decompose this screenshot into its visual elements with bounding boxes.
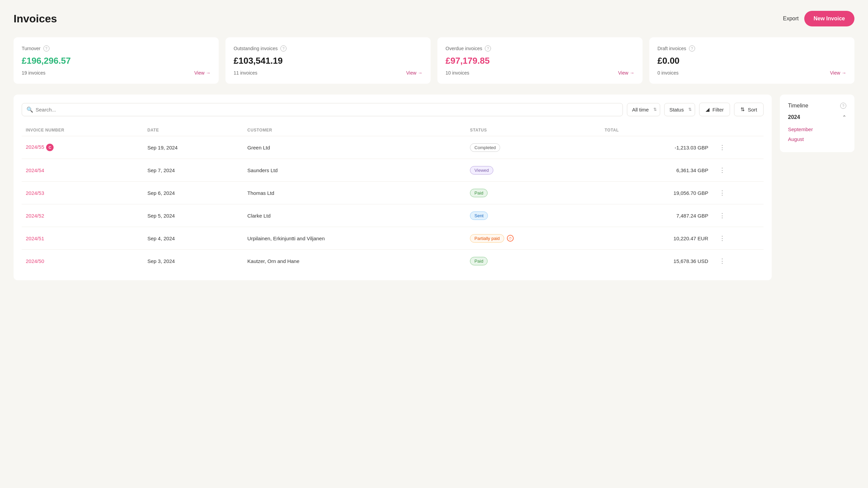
date-2: Sep 6, 2024 [143, 182, 243, 204]
status-2: Paid [466, 182, 600, 204]
status-wrapper: Status [664, 103, 695, 116]
card-view-link-draft[interactable]: View → [830, 70, 846, 76]
col-header-total: TOTAL [600, 124, 712, 136]
actions-4: ⋮ [712, 227, 764, 250]
card-amount-outstanding: £103,541.19 [234, 56, 422, 66]
status-badge-5: Paid [470, 257, 488, 265]
help-icon-overdue[interactable]: ? [485, 45, 491, 52]
card-view-link-overdue[interactable]: View → [618, 70, 634, 76]
help-icon-outstanding[interactable]: ? [280, 45, 287, 52]
more-button-5[interactable]: ⋮ [716, 256, 728, 266]
timeline-year-row-2024[interactable]: 2024⌃ [788, 114, 846, 120]
more-button-0[interactable]: ⋮ [716, 142, 728, 152]
all-time-select[interactable]: All time [627, 103, 660, 116]
chevron-icon-2024: ⌃ [842, 115, 846, 120]
invoice-link-5[interactable]: 2024/50 [26, 258, 44, 264]
actions-5: ⋮ [712, 250, 764, 272]
new-invoice-button[interactable]: New Invoice [804, 11, 854, 26]
invoice-num-4: 2024/51 [22, 227, 143, 250]
status-cell-4: Partially paid⏱ [470, 234, 596, 243]
help-icon-turnover[interactable]: ? [43, 45, 50, 52]
status-cell-5: Paid [470, 257, 596, 265]
date-0: Sep 19, 2024 [143, 136, 243, 159]
actions-1: ⋮ [712, 159, 764, 182]
invoice-num-5: 2024/50 [22, 250, 143, 272]
status-badge-4: Partially paid [470, 234, 504, 243]
card-label-overdue: Overdue invoices ? [446, 45, 634, 52]
summary-cards: Turnover ? £196,296.57 19 invoices View … [14, 37, 854, 84]
card-label-outstanding: Outstanding invoices ? [234, 45, 422, 52]
total-5: 15,678.36 USD [600, 250, 712, 272]
invoice-link-4[interactable]: 2024/51 [26, 236, 44, 241]
col-header-actions [712, 124, 764, 136]
timeline-month-september[interactable]: September [788, 124, 846, 134]
year-label-2024: 2024 [788, 114, 800, 120]
card-footer-overdue: 10 invoices View → [446, 70, 634, 76]
page-header: Invoices Export New Invoice [14, 11, 854, 26]
card-turnover: Turnover ? £196,296.57 19 invoices View … [14, 37, 219, 84]
more-button-3[interactable]: ⋮ [716, 210, 728, 221]
invoice-table: INVOICE NUMBERDATECUSTOMERSTATUSTOTAL 20… [22, 124, 764, 272]
card-view-link-outstanding[interactable]: View → [406, 70, 422, 76]
timeline-header: Timeline ? [788, 103, 846, 109]
more-button-2[interactable]: ⋮ [716, 188, 728, 198]
invoice-link-2[interactable]: 2024/53 [26, 190, 44, 196]
actions-2: ⋮ [712, 182, 764, 204]
card-label-draft: Draft invoices ? [657, 45, 846, 52]
card-amount-turnover: £196,296.57 [22, 56, 211, 66]
help-icon-draft[interactable]: ? [689, 45, 695, 52]
status-select[interactable]: Status [664, 103, 695, 116]
status-cell-1: Viewed [470, 166, 596, 175]
sort-button[interactable]: ⇅ Sort [734, 103, 764, 116]
card-count-turnover: 19 invoices [22, 70, 45, 76]
status-badge-3: Sent [470, 211, 488, 220]
table-body: 2024/55CSep 19, 2024Green Ltd Completed-… [22, 136, 764, 272]
card-amount-overdue: £97,179.85 [446, 56, 634, 66]
more-button-1[interactable]: ⋮ [716, 165, 728, 175]
status-badge-2: Paid [470, 189, 488, 197]
table-section: 🔍 All time Status ◢ Filter ⇅ Sort [14, 95, 772, 280]
invoice-link-3[interactable]: 2024/52 [26, 213, 44, 219]
more-button-4[interactable]: ⋮ [716, 233, 728, 243]
card-footer-turnover: 19 invoices View → [22, 70, 211, 76]
filter-label: Filter [712, 107, 724, 113]
export-button[interactable]: Export [783, 16, 798, 22]
filter-button[interactable]: ◢ Filter [699, 103, 730, 116]
search-input[interactable] [22, 103, 623, 116]
total-2: 19,056.70 GBP [600, 182, 712, 204]
total-4: 10,220.47 EUR [600, 227, 712, 250]
badge-c-0: C [46, 144, 54, 151]
customer-1: Saunders Ltd [243, 159, 466, 182]
customer-3: Clarke Ltd [243, 204, 466, 227]
invoice-link-0[interactable]: 2024/55 [26, 144, 44, 150]
sort-icon: ⇅ [741, 106, 745, 113]
status-5: Paid [466, 250, 600, 272]
main-content: 🔍 All time Status ◢ Filter ⇅ Sort [14, 95, 854, 280]
all-time-wrapper: All time [627, 103, 660, 116]
search-wrapper: 🔍 [22, 103, 623, 116]
card-label-turnover: Turnover ? [22, 45, 211, 52]
invoice-num-1: 2024/54 [22, 159, 143, 182]
table-row: 2024/52Sep 5, 2024Clarke Ltd Sent7,487.2… [22, 204, 764, 227]
status-cell-2: Paid [470, 189, 596, 197]
table-header: INVOICE NUMBERDATECUSTOMERSTATUSTOTAL [22, 124, 764, 136]
table-row: 2024/53Sep 6, 2024Thomas Ltd Paid19,056.… [22, 182, 764, 204]
header-actions: Export New Invoice [783, 11, 854, 26]
status-4: Partially paid⏱ [466, 227, 600, 250]
card-count-outstanding: 11 invoices [234, 70, 257, 76]
card-count-draft: 0 invoices [657, 70, 678, 76]
invoice-link-1[interactable]: 2024/54 [26, 167, 44, 173]
card-view-link-turnover[interactable]: View → [194, 70, 211, 76]
date-5: Sep 3, 2024 [143, 250, 243, 272]
timeline-sidebar: Timeline ? 2024⌃SeptemberAugust [780, 95, 854, 152]
timeline-help-icon[interactable]: ? [840, 103, 846, 109]
col-header-invoice-number: INVOICE NUMBER [22, 124, 143, 136]
col-header-customer: CUSTOMER [243, 124, 466, 136]
timeline-month-august[interactable]: August [788, 134, 846, 144]
card-footer-draft: 0 invoices View → [657, 70, 846, 76]
table-row: 2024/51Sep 4, 2024Urpilainen, Erkinjuntt… [22, 227, 764, 250]
status-3: Sent [466, 204, 600, 227]
total-3: 7,487.24 GBP [600, 204, 712, 227]
card-count-overdue: 10 invoices [446, 70, 469, 76]
date-1: Sep 7, 2024 [143, 159, 243, 182]
